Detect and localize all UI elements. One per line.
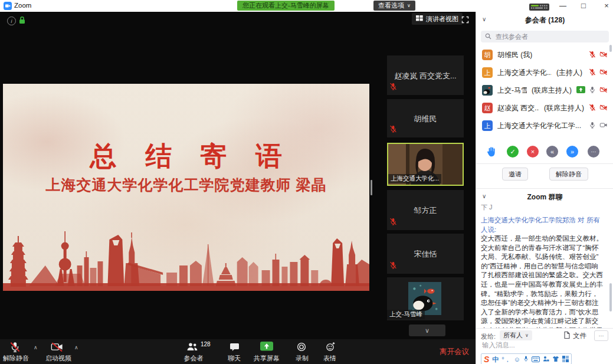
start-video-label[interactable]: 启动视频 <box>44 354 73 363</box>
camera-off-icon <box>599 103 608 113</box>
camera-off-icon <box>599 50 608 60</box>
mic-muted-icon <box>389 82 397 93</box>
speaker-view-button[interactable]: 演讲者视图 <box>412 13 463 25</box>
search-input[interactable] <box>494 32 597 41</box>
unmute-label[interactable]: 解除静音 <box>1 354 31 363</box>
participants-label[interactable]: 参会者 <box>180 354 207 363</box>
panel-resize-handle[interactable] <box>371 180 372 195</box>
ime-mode-toggle[interactable]: 中 <box>492 356 499 363</box>
invite-button[interactable]: 邀请 <box>502 168 528 181</box>
tile-participant-name: 宋佳恬 <box>387 249 464 260</box>
slide-title: 总 结 寄 语 <box>3 139 369 174</box>
chat-messages[interactable]: 下 J 上海交通大学化学化工学院郑浩 对 所有人说: 交大西迁，是一部生动的爱国… <box>481 203 604 328</box>
mic-muted-icon <box>389 217 397 228</box>
video-tile[interactable]: 邹方正 <box>387 190 464 230</box>
window-titlebar: Zoom 您正在观看上交-马雪峰的屏幕 查看选项 ∨ — □ × <box>0 0 613 12</box>
participants-count-badge: 128 <box>201 341 211 347</box>
share-screen-label[interactable]: 共享屏幕 <box>253 354 280 363</box>
reactions-icon[interactable] <box>326 342 336 354</box>
no-reaction-icon[interactable]: × <box>527 146 539 158</box>
mic-muted-icon <box>589 67 596 78</box>
ime-skin-icon[interactable] <box>552 354 559 364</box>
reactions-label[interactable]: 表情 <box>322 354 337 363</box>
camera-on-icon <box>599 120 608 131</box>
mic-options-chevron-icon[interactable]: ∧ <box>34 345 38 350</box>
unmute-mic-icon[interactable] <box>9 342 21 355</box>
participant-row[interactable]: 上交-马雪... (联席主持人) <box>476 81 613 99</box>
encryption-lock-icon <box>19 16 25 27</box>
view-options-button[interactable]: 查看选项 ∨ <box>373 1 415 11</box>
city-skyline-graphic <box>3 229 369 291</box>
participant-role: (联席主持人) <box>532 86 572 96</box>
active-speaker-tile[interactable]: 上海交通大学化... <box>387 143 464 186</box>
participant-row[interactable]: 上 上海交通大学化... (主持人) <box>476 64 613 81</box>
chat-icon[interactable] <box>230 343 240 354</box>
divider <box>476 163 613 164</box>
ime-voice-icon[interactable] <box>523 354 529 364</box>
participant-role: (联席主持人) <box>544 103 584 113</box>
participants-icon[interactable] <box>186 342 198 354</box>
unmute-all-button[interactable]: 解除静音 <box>549 168 588 181</box>
participant-name: 上海交通大学化学化工学... <box>497 121 581 131</box>
chat-more-button[interactable]: ··· <box>594 330 608 341</box>
ime-toolbox-icon[interactable] <box>543 354 549 364</box>
temple <box>216 263 236 286</box>
participants-scrollbar[interactable] <box>609 45 612 52</box>
sogou-logo-icon[interactable]: S <box>484 355 489 363</box>
divider <box>476 188 613 189</box>
faster-reaction-icon[interactable]: » <box>566 146 578 158</box>
more-reactions-icon[interactable]: ··· <box>588 146 599 158</box>
ime-emoji-icon[interactable]: ☺ <box>514 356 520 363</box>
meeting-info-icon[interactable]: i <box>7 17 16 25</box>
chat-label[interactable]: 聊天 <box>227 354 242 363</box>
yes-reaction-icon[interactable]: ✓ <box>507 146 519 158</box>
pagoda <box>8 236 28 287</box>
send-to-select[interactable]: 所有人 ∨ <box>500 330 532 340</box>
mic-on-icon <box>589 85 596 96</box>
avatar: 胡 <box>482 50 493 60</box>
record-icon[interactable] <box>297 342 306 354</box>
ime-toolbar[interactable]: S 中 °， ☺ <box>481 353 572 364</box>
ime-panel-icon[interactable] <box>562 354 569 364</box>
video-tile[interactable]: 宋佳恬 <box>387 234 464 274</box>
tile-participant-name: 上海交通大学化... <box>388 174 441 183</box>
ime-punctuation-toggle[interactable]: °， <box>501 356 510 363</box>
video-tile[interactable]: 上交-马雪峰 <box>387 277 464 320</box>
close-button[interactable]: × <box>599 1 613 11</box>
minimize-button[interactable]: — <box>556 1 570 11</box>
video-tile[interactable]: 赵凌岚 西交党支... <box>387 55 464 95</box>
meeting-main-area: i 演讲者视图 总 结 寄 语 上海交通大学化学化工学院党建教师 梁晶 <box>0 12 476 339</box>
chat-message-input[interactable] <box>481 341 601 349</box>
chevron-down-icon: ∨ <box>525 333 529 338</box>
start-video-icon[interactable] <box>51 342 63 354</box>
chat-scrollbar[interactable] <box>609 283 612 311</box>
zoom-logo-icon <box>4 2 12 12</box>
participant-search[interactable] <box>481 31 609 42</box>
slower-reaction-icon[interactable]: « <box>546 146 558 158</box>
chat-sender[interactable]: 上海交通大学化学化工学院郑浩 对 所有人说: <box>481 215 604 234</box>
participant-row[interactable]: 上 上海交通大学化学化工学... <box>476 117 613 135</box>
collapse-tiles-button[interactable]: ∨ <box>409 324 445 336</box>
video-options-chevron-icon[interactable]: ∧ <box>74 345 78 350</box>
pearl-tower <box>57 231 75 286</box>
camera-off-icon <box>599 67 608 78</box>
view-options-label: 查看选项 <box>378 1 404 10</box>
ime-keyboard-icon[interactable] <box>532 354 540 364</box>
tile-participant-name: 胡维民 <box>387 114 464 124</box>
share-screen-icon[interactable] <box>260 342 273 354</box>
leave-meeting-button[interactable]: 离开会议 <box>440 347 469 357</box>
participant-row[interactable]: 胡 胡维民 (我) <box>476 46 613 64</box>
video-tile[interactable]: 胡维民 <box>387 99 464 137</box>
participant-name: 上海交通大学化... <box>497 68 552 78</box>
participant-row[interactable]: 赵 赵凌岚 西交... (联席主持人) <box>476 99 613 117</box>
participant-name: 胡维民 (我) <box>497 50 532 60</box>
file-button[interactable]: 文件 <box>573 332 586 340</box>
participant-name: 上交-马雪... <box>497 86 527 96</box>
raise-hand-icon[interactable] <box>486 146 496 159</box>
maximize-button[interactable]: □ <box>576 1 591 11</box>
fullscreen-icon[interactable] <box>461 15 469 26</box>
record-label[interactable]: 录制 <box>294 354 310 363</box>
screen-share-badge-icon <box>576 85 585 96</box>
mic-muted-icon <box>589 103 596 113</box>
file-icon[interactable] <box>563 331 571 342</box>
